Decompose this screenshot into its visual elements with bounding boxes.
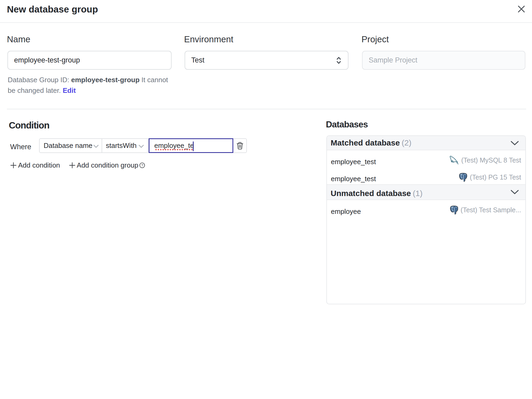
svg-text:?: ? [141, 163, 143, 167]
